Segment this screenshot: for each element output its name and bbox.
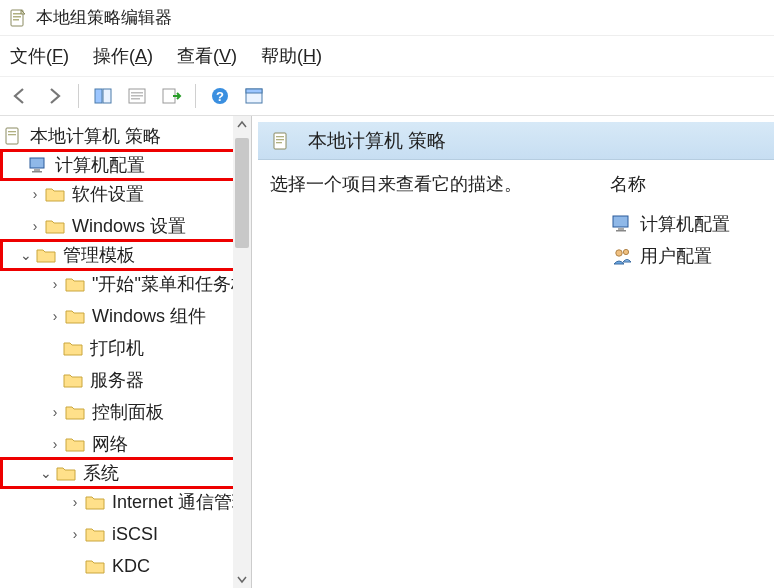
tree-item-printers[interactable]: 打印机: [0, 332, 251, 364]
show-hide-tree-button[interactable]: [89, 82, 117, 110]
chevron-right-icon[interactable]: ›: [26, 186, 44, 202]
folder-icon: [64, 402, 86, 422]
tree-label: 服务器: [90, 368, 144, 392]
tree-scrollbar[interactable]: [233, 116, 251, 588]
content-header: 本地计算机 策略: [258, 122, 774, 160]
svg-rect-19: [34, 169, 40, 171]
toolbar-separator: [195, 84, 196, 108]
chevron-down-icon[interactable]: ⌄: [17, 247, 35, 263]
svg-point-29: [623, 249, 628, 254]
window-title: 本地组策略编辑器: [36, 6, 172, 29]
tree-label: Internet 通信管理: [112, 490, 250, 514]
tree-label: 计算机配置: [55, 153, 145, 177]
svg-rect-2: [13, 16, 21, 18]
show-hide-actions-button[interactable]: [240, 82, 268, 110]
properties-button[interactable]: [123, 82, 151, 110]
tree-item-start-menu[interactable]: › "开始"菜单和任务栏: [0, 268, 251, 300]
svg-rect-25: [613, 216, 628, 227]
menu-file[interactable]: 文件(F): [10, 44, 69, 68]
computer-icon: [610, 213, 634, 235]
svg-rect-23: [276, 139, 284, 140]
chevron-right-icon[interactable]: ›: [66, 526, 84, 542]
chevron-right-icon[interactable]: ›: [46, 276, 64, 292]
tree-item-system[interactable]: ⌄ 系统: [0, 457, 251, 489]
svg-rect-20: [32, 171, 42, 173]
content-pane: 本地计算机 策略 选择一个项目来查看它的描述。 名称 计算机配置 用户配置: [258, 116, 774, 588]
tree-item-internet-comm[interactable]: › Internet 通信管理: [0, 486, 251, 518]
app-icon: [8, 8, 28, 28]
chevron-down-icon[interactable]: ⌄: [37, 465, 55, 481]
tree-item-kdc[interactable]: KDC: [0, 550, 251, 582]
svg-rect-27: [616, 230, 626, 232]
main-area: 本地计算机 策略 计算机配置 › 软件设置: [0, 116, 774, 588]
tree-label: Windows 组件: [92, 304, 206, 328]
nav-back-button[interactable]: [6, 82, 34, 110]
scroll-up-icon[interactable]: [233, 116, 251, 134]
svg-rect-16: [8, 131, 16, 132]
folder-icon: [44, 216, 66, 236]
menu-action[interactable]: 操作(A): [93, 44, 153, 68]
folder-icon: [62, 370, 84, 390]
users-icon: [610, 245, 634, 267]
tree-label: 软件设置: [72, 182, 144, 206]
tree-item-admin-templates[interactable]: ⌄ 管理模板: [0, 239, 251, 271]
chevron-right-icon[interactable]: ›: [46, 436, 64, 452]
svg-rect-15: [6, 128, 18, 144]
tree-label: KDC: [112, 556, 150, 577]
tree-label: 控制面板: [92, 400, 164, 424]
help-button[interactable]: ?: [206, 82, 234, 110]
scrollbar-thumb[interactable]: [235, 138, 249, 248]
folder-icon: [84, 492, 106, 512]
list-item-computer-config[interactable]: 计算机配置: [610, 208, 762, 240]
tree-item-computer-config[interactable]: 计算机配置: [0, 149, 251, 181]
svg-text:?: ?: [216, 89, 224, 104]
svg-rect-14: [246, 89, 262, 93]
nav-forward-button[interactable]: [40, 82, 68, 110]
svg-point-28: [616, 250, 622, 256]
chevron-right-icon[interactable]: ›: [66, 494, 84, 510]
tree-item-servers[interactable]: 服务器: [0, 364, 251, 396]
folder-icon: [84, 524, 106, 544]
svg-rect-9: [131, 98, 140, 100]
policy-icon: [2, 126, 24, 146]
tree-item-control-panel[interactable]: › 控制面板: [0, 396, 251, 428]
svg-rect-4: [95, 89, 102, 103]
folder-icon: [44, 184, 66, 204]
tree-root[interactable]: 本地计算机 策略: [0, 120, 251, 152]
tree-item-windows-settings[interactable]: › Windows 设置: [0, 210, 251, 242]
svg-rect-7: [131, 92, 143, 94]
tree-item-network[interactable]: › 网络: [0, 428, 251, 460]
export-button[interactable]: [157, 82, 185, 110]
tree-item-iscsi[interactable]: › iSCSI: [0, 518, 251, 550]
svg-rect-21: [274, 133, 286, 149]
menu-view[interactable]: 查看(V): [177, 44, 237, 68]
svg-rect-5: [103, 89, 111, 103]
chevron-right-icon[interactable]: ›: [26, 218, 44, 234]
name-column-header[interactable]: 名称: [610, 172, 762, 196]
svg-rect-26: [618, 228, 624, 230]
tree-item-windows-components[interactable]: › Windows 组件: [0, 300, 251, 332]
description-text: 选择一个项目来查看它的描述。: [270, 172, 610, 272]
folder-icon: [64, 306, 86, 326]
nav-tree[interactable]: 本地计算机 策略 计算机配置 › 软件设置: [0, 116, 251, 586]
svg-rect-3: [13, 19, 19, 21]
policy-icon: [270, 131, 292, 151]
tree-item-software-settings[interactable]: › 软件设置: [0, 178, 251, 210]
chevron-right-icon[interactable]: ›: [46, 404, 64, 420]
folder-icon: [55, 463, 77, 483]
computer-icon: [27, 155, 49, 175]
scroll-down-icon[interactable]: [233, 570, 251, 588]
list-item-label: 计算机配置: [640, 212, 730, 236]
list-item-user-config[interactable]: 用户配置: [610, 240, 762, 272]
folder-icon: [64, 274, 86, 294]
toolbar: ?: [0, 76, 774, 116]
toolbar-separator: [78, 84, 79, 108]
tree-label: Windows 设置: [72, 214, 186, 238]
svg-rect-18: [30, 158, 44, 168]
tree-pane: 本地计算机 策略 计算机配置 › 软件设置: [0, 116, 252, 588]
chevron-right-icon[interactable]: ›: [46, 308, 64, 324]
list-item-label: 用户配置: [640, 244, 712, 268]
menu-help[interactable]: 帮助(H): [261, 44, 322, 68]
svg-rect-17: [8, 134, 16, 135]
folder-icon: [64, 434, 86, 454]
